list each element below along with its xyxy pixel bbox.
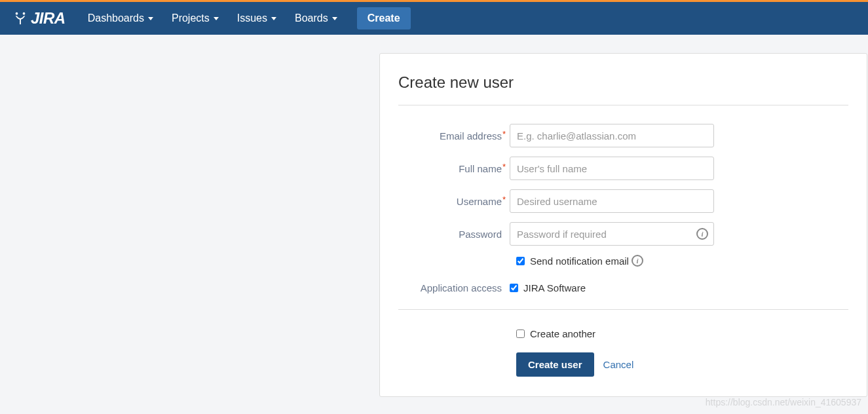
nav-projects[interactable]: Projects bbox=[162, 7, 228, 29]
row-app-access: Application access JIRA Software bbox=[398, 282, 848, 293]
navbar: JIRA Dashboards Projects Issues Boards C… bbox=[0, 2, 868, 35]
row-send-notification: Send notification email i bbox=[516, 255, 848, 267]
info-icon[interactable]: i bbox=[632, 255, 643, 267]
create-another-checkbox[interactable] bbox=[516, 329, 525, 338]
divider bbox=[398, 309, 848, 310]
row-create-another: Create another bbox=[516, 328, 848, 339]
create-button[interactable]: Create bbox=[357, 7, 411, 29]
create-user-panel: Create new user Email address Full name … bbox=[379, 53, 867, 397]
jira-logo-icon bbox=[13, 11, 28, 26]
send-notification-label: Send notification email bbox=[530, 255, 629, 267]
chevron-down-icon bbox=[214, 17, 219, 20]
nav-dashboards[interactable]: Dashboards bbox=[79, 7, 162, 29]
label-username: Username bbox=[398, 196, 510, 207]
cancel-link[interactable]: Cancel bbox=[603, 359, 634, 370]
svg-rect-2 bbox=[20, 18, 21, 24]
row-password: Password i bbox=[398, 222, 848, 246]
row-email: Email address bbox=[398, 124, 848, 147]
chevron-down-icon bbox=[271, 17, 276, 20]
create-user-button[interactable]: Create user bbox=[516, 352, 594, 377]
footer-actions: Create user Cancel bbox=[516, 352, 848, 377]
label-email: Email address bbox=[398, 130, 510, 141]
password-field[interactable] bbox=[510, 222, 714, 246]
label-fullname: Full name bbox=[398, 163, 510, 174]
row-fullname: Full name bbox=[398, 157, 848, 180]
fullname-field[interactable] bbox=[510, 157, 714, 180]
row-username: Username bbox=[398, 189, 848, 213]
email-field[interactable] bbox=[510, 124, 714, 147]
create-another-label: Create another bbox=[530, 328, 595, 339]
send-notification-checkbox[interactable] bbox=[516, 257, 525, 265]
svg-point-1 bbox=[23, 12, 26, 15]
chevron-down-icon bbox=[148, 17, 153, 20]
svg-point-0 bbox=[16, 12, 18, 15]
jira-logo[interactable]: JIRA bbox=[13, 9, 66, 28]
app-access-option: JIRA Software bbox=[523, 282, 586, 293]
nav-items: Dashboards Projects Issues Boards Create bbox=[79, 7, 411, 29]
panel-title: Create new user bbox=[398, 73, 848, 105]
nav-boards[interactable]: Boards bbox=[286, 7, 347, 29]
brand-text: JIRA bbox=[31, 9, 66, 28]
username-field[interactable] bbox=[510, 189, 714, 213]
info-icon[interactable]: i bbox=[696, 228, 708, 240]
label-app-access: Application access bbox=[398, 282, 510, 293]
app-access-checkbox[interactable] bbox=[510, 284, 518, 292]
watermark: https://blog.csdn.net/weixin_41605937 bbox=[706, 397, 861, 407]
nav-issues[interactable]: Issues bbox=[228, 7, 286, 29]
label-password: Password bbox=[398, 229, 510, 240]
chevron-down-icon bbox=[332, 17, 337, 20]
